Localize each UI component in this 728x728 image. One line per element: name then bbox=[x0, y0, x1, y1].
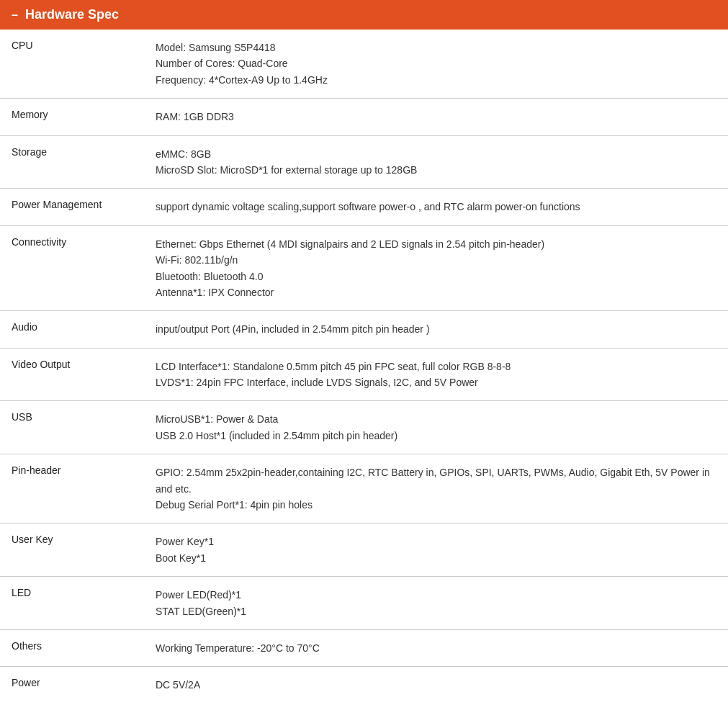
row-label: Connectivity bbox=[0, 225, 144, 311]
value-line: Ethernet: Gbps Ethernet (4 MDI signalpai… bbox=[156, 236, 716, 252]
value-line: Wi-Fi: 802.11b/g/n bbox=[156, 252, 716, 268]
value-line: MicroUSB*1: Power & Data bbox=[156, 411, 716, 427]
value-line: DC 5V/2A bbox=[156, 677, 716, 693]
value-line: Power LED(Red)*1 bbox=[156, 587, 716, 603]
value-line: eMMC: 8GB bbox=[156, 146, 716, 162]
value-line: MicroSD Slot: MicroSD*1 for external sto… bbox=[156, 162, 716, 178]
row-label: Storage bbox=[0, 135, 144, 189]
row-label: Audio bbox=[0, 311, 144, 348]
row-label: Power bbox=[0, 667, 144, 704]
value-line: USB 2.0 Host*1 (included in 2.54mm pitch… bbox=[156, 428, 716, 444]
table-row: MemoryRAM: 1GB DDR3 bbox=[0, 99, 728, 135]
value-line: Debug Serial Port*1: 4pin pin holes bbox=[156, 497, 716, 513]
row-label: Memory bbox=[0, 99, 144, 135]
value-line: Number of Cores: Quad-Core bbox=[156, 55, 716, 71]
row-label: Video Output bbox=[0, 348, 144, 401]
value-line: Power Key*1 bbox=[156, 534, 716, 549]
table-row: PowerDC 5V/2A bbox=[0, 667, 728, 704]
table-row: Video OutputLCD Interface*1: Standalone … bbox=[0, 348, 728, 401]
table-row: CPUModel: Samsung S5P4418Number of Cores… bbox=[0, 30, 728, 99]
row-value: Ethernet: Gbps Ethernet (4 MDI signalpai… bbox=[144, 225, 728, 311]
spec-table: CPUModel: Samsung S5P4418Number of Cores… bbox=[0, 30, 728, 704]
row-value: support dynamic voltage scaling,support … bbox=[144, 189, 728, 225]
row-label: USB bbox=[0, 401, 144, 454]
row-value: RAM: 1GB DDR3 bbox=[144, 99, 728, 135]
row-value: Working Temperature: -20°C to 70°C bbox=[144, 629, 728, 666]
value-line: LCD Interface*1: Standalone 0.5mm pitch … bbox=[156, 359, 716, 374]
table-row: StorageeMMC: 8GBMicroSD Slot: MicroSD*1 … bbox=[0, 135, 728, 189]
row-value: LCD Interface*1: Standalone 0.5mm pitch … bbox=[144, 348, 728, 401]
value-line: GPIO: 2.54mm 25x2pin-header,containing I… bbox=[156, 464, 716, 497]
row-label: CPU bbox=[0, 30, 144, 99]
row-label: Pin-header bbox=[0, 454, 144, 523]
collapse-icon[interactable]: – bbox=[12, 9, 18, 22]
row-value: MicroUSB*1: Power & DataUSB 2.0 Host*1 (… bbox=[144, 401, 728, 454]
value-line: Frequency: 4*Cortex-A9 Up to 1.4GHz bbox=[156, 72, 716, 88]
row-value: GPIO: 2.54mm 25x2pin-header,containing I… bbox=[144, 454, 728, 523]
table-row: OthersWorking Temperature: -20°C to 70°C bbox=[0, 629, 728, 666]
value-line: Bluetooth: Bluetooth 4.0 bbox=[156, 269, 716, 284]
value-line: RAM: 1GB DDR3 bbox=[156, 109, 716, 125]
table-row: User KeyPower Key*1Boot Key*1 bbox=[0, 523, 728, 577]
row-value: Power Key*1Boot Key*1 bbox=[144, 523, 728, 577]
table-row: USBMicroUSB*1: Power & DataUSB 2.0 Host*… bbox=[0, 401, 728, 454]
row-value: eMMC: 8GBMicroSD Slot: MicroSD*1 for ext… bbox=[144, 135, 728, 189]
value-line: STAT LED(Green)*1 bbox=[156, 603, 716, 619]
table-row: LEDPower LED(Red)*1STAT LED(Green)*1 bbox=[0, 577, 728, 630]
table-row: Power Managementsupport dynamic voltage … bbox=[0, 189, 728, 225]
table-row: Pin-headerGPIO: 2.54mm 25x2pin-header,co… bbox=[0, 454, 728, 523]
row-value: input/output Port (4Pin, included in 2.5… bbox=[144, 311, 728, 348]
row-value: Power LED(Red)*1STAT LED(Green)*1 bbox=[144, 577, 728, 630]
row-value: DC 5V/2A bbox=[144, 667, 728, 704]
value-line: support dynamic voltage scaling,support … bbox=[156, 199, 716, 215]
page-title: Hardware Spec bbox=[25, 7, 119, 22]
value-line: Antenna*1: IPX Connector bbox=[156, 284, 716, 300]
value-line: input/output Port (4Pin, included in 2.5… bbox=[156, 321, 716, 337]
header: – Hardware Spec bbox=[0, 0, 728, 30]
row-label: Others bbox=[0, 629, 144, 666]
row-label: LED bbox=[0, 577, 144, 630]
table-row: Audioinput/output Port (4Pin, included i… bbox=[0, 311, 728, 348]
value-line: Model: Samsung S5P4418 bbox=[156, 40, 716, 55]
table-row: ConnectivityEthernet: Gbps Ethernet (4 M… bbox=[0, 225, 728, 311]
value-line: Boot Key*1 bbox=[156, 550, 716, 566]
row-label: User Key bbox=[0, 523, 144, 577]
row-value: Model: Samsung S5P4418Number of Cores: Q… bbox=[144, 30, 728, 99]
row-label: Power Management bbox=[0, 189, 144, 225]
value-line: Working Temperature: -20°C to 70°C bbox=[156, 640, 716, 656]
value-line: LVDS*1: 24pin FPC Interface, include LVD… bbox=[156, 374, 716, 390]
